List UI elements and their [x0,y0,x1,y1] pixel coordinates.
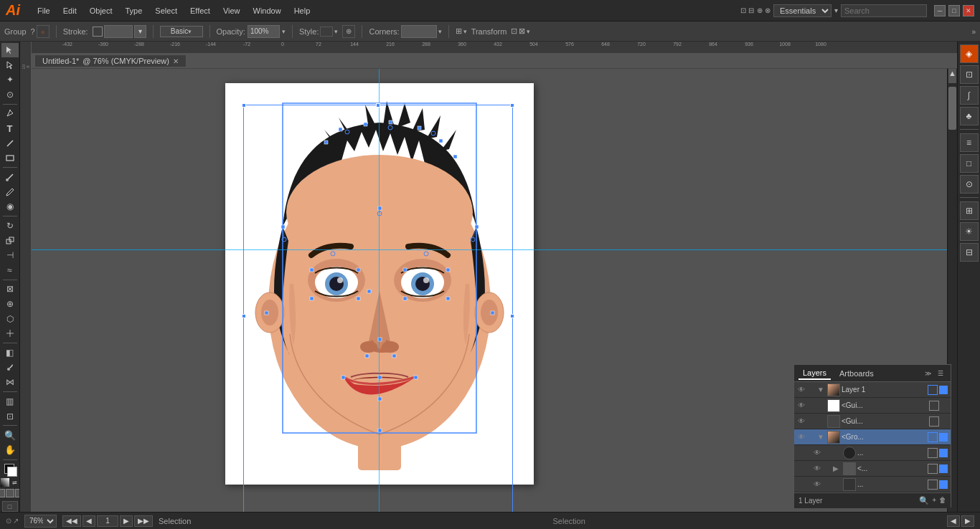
transform-icon-2[interactable]: ⊠ [519,27,525,36]
pencil-tool[interactable] [1,185,19,199]
restore-button[interactable]: □ [948,5,960,16]
stroke-panel-btn[interactable]: ≡ [960,133,979,152]
shape-builder-tool[interactable]: ⊕ [1,297,19,311]
selection-tool[interactable] [1,43,19,57]
status-icon-2[interactable]: ↗ [13,517,19,525]
zoom-select[interactable]: 76% [24,515,57,528]
scale-tool[interactable] [1,234,19,248]
lasso-tool[interactable]: ⊙ [1,87,19,102]
layer-row-sub3[interactable]: 👁 ... [794,477,951,492]
stroke-down[interactable]: ▾ [134,25,146,38]
layer-expand-1[interactable]: ▼ [817,386,826,394]
layer-add-btn[interactable]: + [932,496,936,505]
isolation-btn[interactable]: ⬦ [37,25,50,38]
menu-type[interactable]: Type [120,5,149,16]
doc-tab-close[interactable]: ✕ [173,57,179,65]
layers-panel-btn[interactable]: ⊟ [960,243,979,262]
graphic-styles-btn[interactable]: ⊙ [960,175,979,194]
opacity-expand-icon[interactable]: ▾ [282,28,286,35]
layer-visibility-sub3[interactable]: 👁 [811,480,823,488]
menu-view[interactable]: View [217,5,246,16]
width-tool[interactable]: ⊣ [1,248,19,262]
stroke-input[interactable] [104,25,133,38]
panel-collapse-btn[interactable]: » [971,27,976,36]
transform-icon-1[interactable]: ⊡ [511,27,517,36]
swap-icon[interactable]: ⇌ [10,478,19,487]
text-tool[interactable]: T [1,121,19,135]
symbols-panel-btn[interactable]: ♣ [960,107,979,125]
menu-file[interactable]: File [32,5,56,16]
layer-visibility-gui1[interactable]: 👁 [796,401,807,409]
last-page-btn[interactable]: ▶▶ [134,515,153,527]
layer-target-sub2[interactable] [928,464,938,474]
layer-visibility-sub1[interactable]: 👁 [811,449,823,457]
style-expand-icon[interactable]: ▾ [334,28,338,35]
panel-expand-btn[interactable]: ≫ [922,368,933,379]
artboard-tool[interactable]: ⊡ [1,409,19,424]
menu-effect[interactable]: Effect [184,5,216,16]
first-page-btn[interactable]: ◀◀ [62,515,81,527]
prev-page-btn[interactable]: ◀ [83,515,95,527]
rectangle-tool[interactable] [1,151,19,166]
align-expand-icon[interactable]: ▾ [463,28,467,35]
magic-wand-tool[interactable]: ✦ [1,72,19,87]
canvas-right-btn[interactable]: ▶ [961,515,974,527]
page-input[interactable] [97,515,118,527]
blend-tool[interactable]: ⋈ [1,376,19,390]
column-chart-tool[interactable]: ▥ [1,394,19,409]
layer-visibility-sub2[interactable]: 👁 [811,464,823,472]
layer-visibility-gui2[interactable]: 👁 [796,417,807,425]
layer-row-1[interactable]: 👁 ▼ Layer 1 [794,382,951,398]
transform-expand-icon[interactable]: ▾ [527,28,530,35]
swatches-panel-btn[interactable]: ⊡ [960,65,979,84]
menu-edit[interactable]: Edit [57,5,83,16]
layer-target-gro[interactable] [928,432,938,442]
menu-select[interactable]: Select [149,5,183,16]
layer-row-gui1[interactable]: 👁 <Gui... [794,398,951,414]
rotate-tool[interactable]: ↻ [1,219,19,233]
layer-target-1[interactable] [928,385,938,395]
color-panel-btn[interactable]: ◈ [960,44,979,63]
layer-row-gro[interactable]: 👁 ▼ <Gro... [794,429,951,445]
artboards-tab[interactable]: Artboards [835,368,878,379]
corners-expand-icon[interactable]: ▾ [438,28,442,35]
warp-tool[interactable]: ≈ [1,263,19,277]
workspace-select[interactable]: Essentials [773,4,831,17]
scroll-up-btn[interactable]: ▲ [948,69,956,83]
align-icon[interactable]: ⊞ [456,27,462,36]
layer-expand-gro[interactable]: ▼ [817,433,826,441]
globe-icon[interactable]: ⊕ [342,25,355,38]
layer-delete-btn[interactable]: 🗑 [939,496,946,505]
pen-tool[interactable] [1,107,19,121]
canvas-left-btn[interactable]: ◀ [947,515,960,527]
appearance-panel-btn[interactable]: □ [960,154,979,173]
direct-selection-tool[interactable] [1,58,19,72]
eyedropper-tool[interactable] [1,361,19,375]
layer-target-gui1[interactable] [929,401,939,411]
brushes-panel-btn[interactable]: ∫ [960,86,979,105]
transform-panel-btn[interactable]: ☀ [960,222,979,241]
stroke-color-box[interactable] [7,467,17,477]
layer-row-gui2[interactable]: 👁 <Gui... [794,414,951,429]
layer-target-sub1[interactable] [928,448,938,458]
menu-help[interactable]: Help [288,5,316,16]
zoom-tool[interactable]: 🔍 [1,428,19,442]
layers-tab[interactable]: Layers [798,367,831,380]
opacity-input[interactable] [248,25,280,38]
mesh-tool[interactable] [1,327,19,341]
layer-expand-sub2[interactable]: ▶ [833,464,842,472]
layer-row-sub2[interactable]: 👁 ▶ <... [794,461,951,477]
document-tab[interactable]: Untitled-1* @ 76% (CMYK/Preview) ✕ [34,54,187,67]
next-page-btn[interactable]: ▶ [120,515,133,527]
layer-visibility-1[interactable]: 👁 [796,386,807,394]
inside-draw[interactable] [15,489,21,497]
blob-brush-tool[interactable]: ◉ [1,200,19,214]
minimize-button[interactable]: ─ [934,5,946,16]
perspective-tool[interactable]: ⬡ [1,312,19,326]
stroke-expand-icon[interactable]: ▾ [188,28,192,35]
normal-draw[interactable] [0,489,5,497]
layer-row-sub1[interactable]: 👁 ... [794,445,951,461]
search-input[interactable] [841,4,927,17]
stroke-color[interactable] [93,27,103,37]
line-tool[interactable] [1,136,19,151]
